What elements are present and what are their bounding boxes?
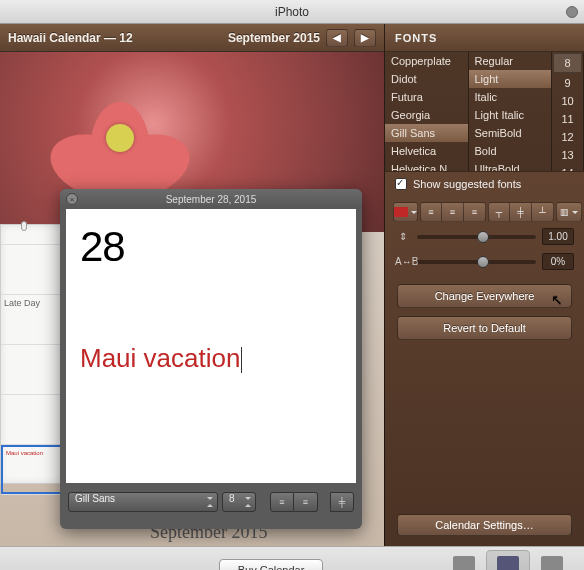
- font-family-item-selected[interactable]: Gill Sans: [385, 124, 468, 142]
- font-family-item[interactable]: Georgia: [385, 106, 468, 124]
- tab-options[interactable]: Options: [486, 550, 530, 571]
- inspector-tabs: Layout Options Photos: [442, 550, 574, 571]
- inspector-panel: FONTS Copperplate Didot Futura Georgia G…: [384, 24, 584, 546]
- valign-bottom-button[interactable]: ┴: [532, 202, 554, 222]
- popup-date-title: September 28, 2015: [60, 194, 362, 205]
- kerning-row: A↔B 0%: [385, 249, 584, 274]
- font-family-item[interactable]: Helvetica: [385, 142, 468, 160]
- text-color-picker[interactable]: [393, 202, 418, 222]
- cursor-icon: ↖: [551, 289, 563, 311]
- align-center-button[interactable]: ≡: [294, 492, 318, 512]
- document-header: Hawaii Calendar — 12 September 2015 ◀ ▶: [0, 24, 384, 52]
- font-size-item[interactable]: 13: [552, 146, 583, 164]
- line-spacing-value[interactable]: 1.00: [542, 228, 574, 245]
- font-style-item[interactable]: Bold: [469, 142, 552, 160]
- event-text-input[interactable]: Maui vacation: [80, 343, 342, 374]
- font-style-item[interactable]: Regular: [469, 52, 552, 70]
- popup-toolbar: Gill Sans 8 ≡ ≡ ╪: [60, 483, 362, 521]
- day-editor-popup: × September 28, 2015 28 Maui vacation Gi…: [60, 189, 362, 529]
- valign-middle-button[interactable]: ╪: [510, 202, 532, 222]
- align-right-button[interactable]: ≡: [464, 202, 486, 222]
- photos-icon: [541, 556, 563, 571]
- line-spacing-icon: ⇕: [395, 231, 411, 242]
- font-size-list[interactable]: 8 9 10 11 12 13 14: [552, 52, 584, 171]
- align-left-button[interactable]: ≡: [270, 492, 294, 512]
- font-style-item[interactable]: Italic: [469, 88, 552, 106]
- change-everywhere-button[interactable]: Change Everywhere ↖: [397, 284, 572, 308]
- popup-body[interactable]: 28 Maui vacation: [66, 209, 356, 483]
- close-icon[interactable]: ×: [66, 193, 78, 205]
- font-style-item[interactable]: UltraBold: [469, 160, 552, 171]
- font-picker: Copperplate Didot Futura Georgia Gill Sa…: [385, 52, 584, 172]
- font-style-item-selected[interactable]: Light: [469, 70, 552, 88]
- valign-button[interactable]: ╪: [330, 492, 354, 512]
- tab-layout[interactable]: Layout: [442, 550, 486, 571]
- columns-button[interactable]: ▥: [556, 202, 582, 222]
- align-left-button[interactable]: ≡: [420, 202, 442, 222]
- next-month-button[interactable]: ▶: [354, 29, 376, 47]
- font-family-select[interactable]: Gill Sans: [68, 492, 218, 512]
- font-size-item[interactable]: 11: [552, 110, 583, 128]
- font-size-item[interactable]: 10: [552, 92, 583, 110]
- font-style-list[interactable]: Regular Light Italic Light Italic SemiBo…: [469, 52, 553, 171]
- line-spacing-row: ⇕ 1.00: [385, 224, 584, 249]
- check-icon: [395, 178, 407, 190]
- revert-to-default-button[interactable]: Revert to Default: [397, 316, 572, 340]
- valign-top-button[interactable]: ┬: [488, 202, 510, 222]
- font-family-item[interactable]: Helvetica N…: [385, 160, 468, 171]
- bottom-toolbar: Buy Calendar Layout Options Photos: [0, 546, 584, 570]
- align-group: ≡ ≡: [270, 492, 318, 512]
- align-center-button[interactable]: ≡: [442, 202, 464, 222]
- font-family-item[interactable]: Didot: [385, 70, 468, 88]
- day-number: 28: [80, 223, 342, 271]
- maximize-button[interactable]: [566, 6, 578, 18]
- font-size-item[interactable]: 9: [552, 74, 583, 92]
- main-area: Hawaii Calendar — 12 September 2015 ◀ ▶ …: [0, 24, 584, 546]
- document-title: Hawaii Calendar — 12: [8, 31, 133, 45]
- window-titlebar: iPhoto: [0, 0, 584, 24]
- calendar-settings-button[interactable]: Calendar Settings…: [397, 514, 572, 536]
- kerning-icon: A↔B: [395, 256, 411, 267]
- layout-icon: [453, 556, 475, 571]
- font-family-item[interactable]: Futura: [385, 88, 468, 106]
- buy-calendar-button[interactable]: Buy Calendar: [219, 559, 324, 571]
- kerning-value[interactable]: 0%: [542, 253, 574, 270]
- font-size-input[interactable]: 8: [553, 53, 582, 73]
- font-style-item[interactable]: SemiBold: [469, 124, 552, 142]
- popup-titlebar[interactable]: × September 28, 2015: [60, 189, 362, 209]
- prev-month-button[interactable]: ◀: [326, 29, 348, 47]
- font-style-item[interactable]: Light Italic: [469, 106, 552, 124]
- font-family-list[interactable]: Copperplate Didot Futura Georgia Gill Sa…: [385, 52, 469, 171]
- line-spacing-slider[interactable]: [417, 235, 536, 239]
- tab-photos[interactable]: Photos: [530, 550, 574, 571]
- fonts-header: FONTS: [385, 24, 584, 52]
- font-size-item[interactable]: 14: [552, 164, 583, 171]
- show-suggested-checkbox[interactable]: Show suggested fonts: [385, 172, 584, 200]
- font-size-select[interactable]: 8: [222, 492, 256, 512]
- options-icon: [497, 556, 519, 571]
- font-family-item[interactable]: Copperplate: [385, 52, 468, 70]
- app-title: iPhoto: [275, 5, 309, 19]
- kerning-slider[interactable]: [417, 260, 536, 264]
- document-month: September 2015: [228, 31, 320, 45]
- text-style-row: ≡ ≡ ≡ ┬ ╪ ┴ ▥: [385, 200, 584, 224]
- document-pane: Hawaii Calendar — 12 September 2015 ◀ ▶ …: [0, 24, 384, 546]
- font-size-item[interactable]: 12: [552, 128, 583, 146]
